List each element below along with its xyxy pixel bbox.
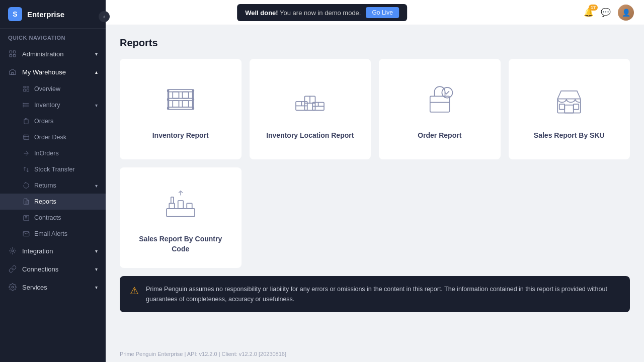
svg-rect-36 — [430, 96, 450, 112]
inventory-icon — [22, 101, 30, 109]
sidebar-item-order-desk[interactable]: Order Desk — [0, 129, 106, 145]
notifications-bell[interactable]: 🔔 17 — [584, 8, 594, 17]
services-icon — [8, 283, 17, 292]
chevron-down-icon: ▾ — [95, 266, 98, 272]
svg-rect-13 — [24, 135, 29, 139]
sidebar-item-orders-label: Orders — [34, 118, 53, 125]
svg-rect-21 — [168, 89, 170, 109]
report-card-sales-report-country-label: Sales Report By Country Code — [130, 234, 231, 254]
sidebar-item-connections-label: Connections — [22, 265, 58, 273]
avatar-image: 👤 — [618, 5, 634, 21]
svg-rect-3 — [13, 54, 16, 57]
sidebar-item-inventory-label: Inventory — [34, 102, 60, 109]
order-desk-icon — [22, 133, 30, 141]
order-box-icon — [420, 80, 460, 121]
sidebar-item-my-warehouse[interactable]: My Warehouse ▴ — [0, 63, 106, 81]
report-card-sales-report-sku[interactable]: Sales Report By SKU — [509, 59, 630, 159]
sidebar-item-inorders-label: InOrders — [34, 150, 59, 157]
sidebar-item-returns-label: Returns — [34, 182, 56, 189]
sidebar-item-stock-transfer[interactable]: Stock Transfer — [0, 161, 106, 177]
svg-rect-0 — [10, 51, 12, 53]
nav-group-my-warehouse: My Warehouse ▴ Overview Inventory ▾ Orde… — [0, 63, 106, 242]
sidebar-item-connections[interactable]: Connections ▾ — [0, 260, 106, 278]
main-area: Well done! You are now in demo mode. Go … — [106, 0, 644, 362]
sidebar-item-contracts-label: Contracts — [34, 214, 61, 221]
svg-rect-22 — [192, 89, 194, 109]
svg-rect-18 — [168, 107, 194, 109]
report-card-sales-report-sku-label: Sales Report By SKU — [534, 131, 605, 141]
chevron-down-icon: ▾ — [95, 285, 98, 290]
connections-icon — [8, 264, 17, 274]
page-title: Reports — [120, 37, 630, 49]
svg-point-16 — [12, 250, 14, 252]
sidebar-item-overview[interactable]: Overview — [0, 81, 106, 97]
svg-point-17 — [12, 286, 14, 288]
sidebar-item-email-alerts-label: Email Alerts — [34, 230, 67, 237]
chevron-down-icon: ▾ — [95, 183, 98, 189]
app-name: Enterprise — [27, 10, 64, 19]
svg-rect-41 — [574, 104, 579, 110]
inorders-icon — [22, 149, 30, 157]
svg-rect-2 — [10, 54, 12, 57]
topbar-icons: 🔔 17 💬 👤 — [584, 5, 634, 21]
warning-icon: ⚠ — [130, 285, 139, 297]
svg-rect-46 — [187, 204, 192, 209]
report-card-inventory-report-label: Inventory Report — [152, 131, 209, 141]
chevron-down-icon: ▾ — [95, 248, 98, 254]
reports-grid-row1: Inventory Report — [120, 59, 630, 159]
boxes-icon — [290, 80, 330, 121]
sidebar-item-inorders[interactable]: InOrders — [0, 145, 106, 161]
sidebar-item-email-alerts[interactable]: Email Alerts — [0, 226, 106, 242]
contracts-icon — [22, 214, 30, 222]
reports-icon — [22, 198, 30, 206]
report-card-order-report[interactable]: Order Report — [379, 59, 501, 159]
sidebar-item-services[interactable]: Services ▾ — [0, 278, 106, 296]
svg-rect-25 — [173, 92, 179, 99]
sidebar-item-overview-label: Overview — [34, 85, 60, 93]
sidebar-item-contracts[interactable]: Contracts — [0, 210, 106, 226]
grid-icon — [8, 49, 17, 58]
sidebar-item-administration[interactable]: Administration ▾ — [0, 45, 106, 63]
report-card-order-report-label: Order Report — [418, 131, 461, 141]
user-avatar[interactable]: 👤 — [618, 5, 634, 21]
overview-icon — [22, 85, 30, 93]
svg-rect-1 — [13, 51, 16, 53]
go-live-button[interactable]: Go Live — [366, 7, 398, 18]
svg-rect-44 — [169, 204, 175, 209]
report-card-inventory-location-report[interactable]: Inventory Location Report — [250, 59, 371, 159]
app-logo: S — [8, 7, 22, 21]
returns-icon — [22, 182, 30, 190]
banner-message: You are now in demo mode. — [280, 9, 361, 17]
report-card-inventory-report[interactable]: Inventory Report — [120, 59, 242, 159]
stock-transfer-icon — [22, 165, 30, 173]
content-area: Reports In — [106, 25, 644, 346]
chevron-down-icon: ▾ — [95, 103, 98, 108]
chevron-up-icon: ▴ — [95, 69, 98, 75]
svg-rect-24 — [182, 101, 188, 107]
svg-rect-43 — [167, 209, 195, 217]
reports-grid-row2: Sales Report By Country Code — [120, 167, 630, 268]
sidebar-item-orders[interactable]: Orders — [0, 113, 106, 129]
nav-group-services: Services ▾ — [0, 278, 106, 296]
sidebar-item-administration-label: Administration — [22, 50, 63, 58]
sidebar-item-services-label: Services — [22, 284, 47, 291]
svg-rect-40 — [565, 105, 574, 113]
sidebar-item-returns[interactable]: Returns ▾ — [0, 177, 106, 194]
disclaimer-banner: ⚠ Prime Penguin assumes no responsibilit… — [120, 276, 630, 312]
messages-icon-button[interactable]: 💬 — [601, 8, 611, 17]
svg-point-10 — [23, 105, 24, 105]
sidebar-header: S Enterprise — [0, 0, 106, 29]
footer-text: Prime Penguin Enterprise | API: v12.2.0 … — [120, 351, 286, 357]
svg-point-9 — [23, 103, 24, 104]
banner-prefix: Well done! — [245, 9, 278, 17]
sidebar-item-my-warehouse-label: My Warehouse — [22, 68, 66, 76]
sidebar-item-inventory[interactable]: Inventory ▾ — [0, 97, 106, 113]
factory-icon — [160, 184, 201, 224]
report-card-sales-report-country[interactable]: Sales Report By Country Code — [120, 167, 242, 268]
svg-rect-20 — [168, 89, 194, 92]
sidebar-item-integration[interactable]: Integration ▾ — [0, 242, 106, 260]
disclaimer-text: Prime Penguin assumes no responsibility … — [146, 284, 620, 304]
sidebar-item-reports[interactable]: Reports — [0, 194, 106, 210]
nav-group-connections: Connections ▾ — [0, 260, 106, 278]
svg-rect-45 — [178, 201, 184, 209]
